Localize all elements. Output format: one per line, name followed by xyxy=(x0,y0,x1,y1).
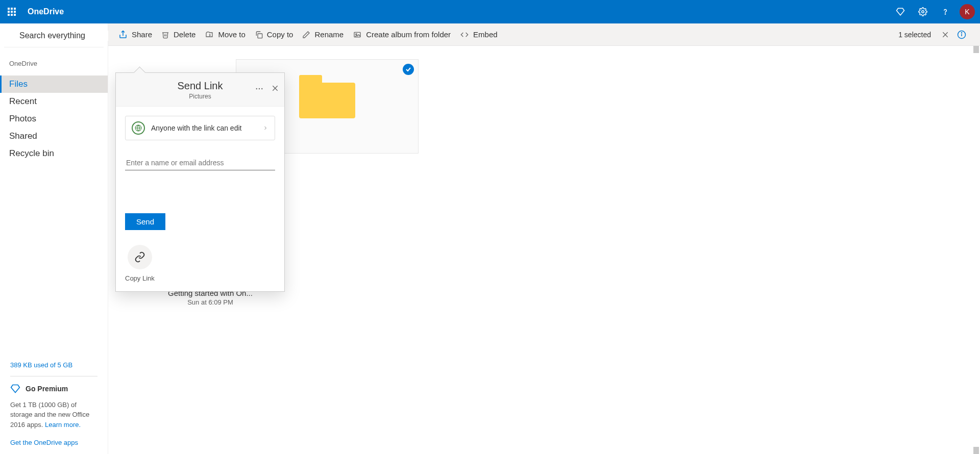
sidebar-nav: OneDrive Files Recent Photos Shared Recy… xyxy=(0,47,108,162)
move-to-label: Move to xyxy=(218,30,245,39)
chevron-right-icon xyxy=(262,125,268,131)
dialog-title: Send Link xyxy=(124,80,276,92)
sidebar-item-recyclebin[interactable]: Recycle bin xyxy=(0,145,108,162)
dialog-more-button[interactable] xyxy=(255,84,264,95)
dialog-subtitle: Pictures xyxy=(124,93,276,100)
svg-point-1 xyxy=(945,14,945,14)
share-icon xyxy=(118,30,128,39)
move-to-button[interactable]: Move to xyxy=(205,30,245,39)
svg-point-0 xyxy=(922,11,924,13)
svg-point-7 xyxy=(356,34,357,35)
create-album-button[interactable]: Create album from folder xyxy=(353,30,451,39)
settings-icon[interactable] xyxy=(912,0,934,23)
more-icon xyxy=(255,84,264,93)
help-icon[interactable] xyxy=(934,0,957,23)
dialog-header: Send Link Pictures xyxy=(116,73,284,107)
rename-label: Rename xyxy=(314,30,344,39)
go-premium-label: Go Premium xyxy=(26,385,68,393)
svg-point-14 xyxy=(259,88,260,89)
storage-usage[interactable]: 389 KB used of 5 GB xyxy=(10,361,97,369)
copy-to-label: Copy to xyxy=(267,30,293,39)
clear-selection-button[interactable] xyxy=(937,27,953,43)
delete-icon xyxy=(161,31,169,39)
go-premium-row[interactable]: Go Premium xyxy=(10,384,97,394)
premium-icon[interactable] xyxy=(889,0,912,23)
svg-rect-5 xyxy=(258,34,262,38)
app-launcher-button[interactable] xyxy=(0,0,23,23)
details-pane-button[interactable] xyxy=(953,27,970,43)
copy-to-button[interactable]: Copy to xyxy=(255,30,293,39)
recipient-input[interactable]: Enter a name or email address xyxy=(125,145,275,170)
link-permission-selector[interactable]: Anyone with the link can edit xyxy=(125,116,275,140)
copy-icon xyxy=(255,30,263,39)
file-grid: Getting started with On... Sun at 6:09 P… xyxy=(108,46,980,454)
sidebar-item-shared[interactable]: Shared xyxy=(0,128,108,145)
scrollbar-down[interactable] xyxy=(973,447,979,454)
scrollbar-up[interactable] xyxy=(973,46,979,53)
learn-more-link[interactable]: Learn more. xyxy=(45,420,81,430)
app-name: OneDrive xyxy=(23,7,64,16)
share-label: Share xyxy=(132,30,152,39)
send-button[interactable]: Send xyxy=(125,213,165,230)
premium-description: Get 1 TB (1000 GB) of storage and the ne… xyxy=(10,400,97,430)
command-bar: Share Delete Move to Copy to Rename Crea… xyxy=(108,23,980,46)
info-icon xyxy=(957,30,966,39)
embed-label: Embed xyxy=(473,30,498,39)
folder-icon xyxy=(299,75,355,118)
embed-button[interactable]: Embed xyxy=(460,30,498,39)
main-area: Share Delete Move to Copy to Rename Crea… xyxy=(108,23,980,454)
album-icon xyxy=(353,31,362,39)
delete-button[interactable]: Delete xyxy=(161,30,195,39)
sidebar-item-photos[interactable]: Photos xyxy=(0,110,108,128)
svg-point-13 xyxy=(256,88,257,89)
embed-icon xyxy=(460,31,469,39)
link-icon xyxy=(134,251,145,263)
permission-label: Anyone with the link can edit xyxy=(151,124,256,132)
copy-link-button[interactable]: Copy Link xyxy=(125,245,155,282)
sidebar-item-recent[interactable]: Recent xyxy=(0,93,108,110)
header-actions: K xyxy=(889,0,980,23)
storage-block: 389 KB used of 5 GB Go Premium Get 1 TB … xyxy=(0,361,108,455)
dialog-close-button[interactable] xyxy=(271,84,279,95)
svg-point-15 xyxy=(261,88,262,89)
delete-label: Delete xyxy=(174,30,195,39)
create-album-label: Create album from folder xyxy=(366,30,451,39)
close-icon xyxy=(271,84,279,92)
svg-point-12 xyxy=(961,32,962,33)
tile-date: Sun at 6:09 PM xyxy=(118,298,302,306)
search-box[interactable] xyxy=(4,23,104,47)
waffle-icon xyxy=(8,8,16,16)
sidebar-item-files[interactable]: Files xyxy=(0,75,108,93)
rename-button[interactable]: Rename xyxy=(302,30,344,39)
move-icon xyxy=(205,31,214,39)
edit-icon xyxy=(302,31,310,39)
share-button[interactable]: Share xyxy=(118,30,152,39)
copy-link-label: Copy Link xyxy=(125,274,155,282)
selected-check-icon[interactable] xyxy=(403,64,414,75)
get-apps-link[interactable]: Get the OneDrive apps xyxy=(10,439,78,446)
suite-header: OneDrive K xyxy=(0,0,980,23)
send-link-dialog: Send Link Pictures xyxy=(115,72,285,292)
diamond-icon xyxy=(10,384,20,394)
breadcrumb[interactable]: OneDrive xyxy=(0,60,108,75)
globe-icon xyxy=(132,121,145,135)
selection-count: 1 selected xyxy=(898,31,931,39)
close-icon xyxy=(941,31,949,39)
account-avatar[interactable]: K xyxy=(960,4,975,19)
sidebar: OneDrive Files Recent Photos Shared Recy… xyxy=(0,23,108,454)
search-input[interactable] xyxy=(18,31,122,41)
